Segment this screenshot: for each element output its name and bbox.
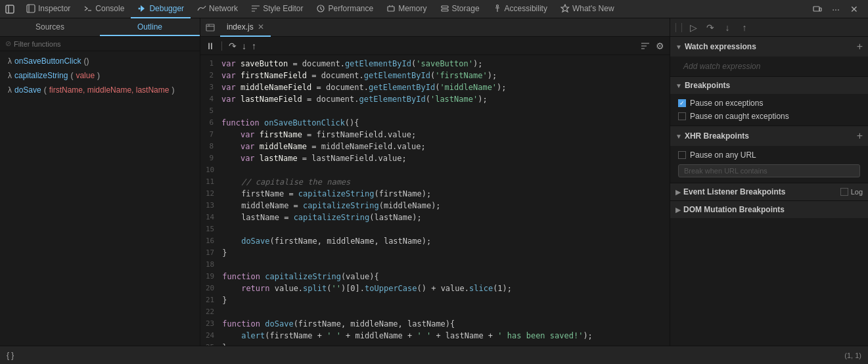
function-list: λ onSaveButtonClick() λ capitalizeString… [0, 51, 200, 346]
list-item[interactable]: λ doSave(firstName, middleName, lastName… [0, 83, 200, 97]
tab-network[interactable]: Network [191, 0, 244, 18]
line-code: var firstNameField = document.getElement… [221, 70, 670, 81]
tab-performance[interactable]: Performance [309, 0, 380, 18]
line-code: var firstName = firstNameField.value; [221, 129, 670, 141]
main-area: Sources Outline ⊘ λ onSaveButtonClick() … [0, 18, 868, 346]
pause-on-url-checkbox[interactable] [678, 151, 686, 159]
code-line: 11 // capitalise the names [200, 176, 670, 188]
code-line: 24 alert(firstName + ' ' + middleName + … [200, 330, 670, 342]
close-devtools-btn[interactable]: ✕ [847, 2, 861, 16]
list-item[interactable]: λ capitalizeString(value) [0, 68, 200, 83]
line-code [222, 164, 670, 176]
tab-sources[interactable]: Sources [0, 18, 100, 36]
line-code: } [222, 294, 670, 306]
code-line: 8 var middleName = middleNameField.value… [200, 141, 670, 152]
tab-storage[interactable]: Storage [434, 0, 486, 18]
line-code: var lastName = lastNameField.value; [221, 152, 670, 164]
code-line: 17} [200, 247, 670, 259]
svg-rect-0 [6, 5, 14, 13]
line-number: 24 [200, 330, 222, 342]
line-code: return value.split('')[0].toUpperCase() … [222, 283, 670, 294]
code-line: 6function onSaveButtonClick(){ [200, 117, 670, 129]
pause-on-caught-checkbox[interactable] [678, 112, 686, 120]
line-number: 1 [200, 58, 221, 70]
add-xhr-btn[interactable]: + [857, 130, 863, 142]
step-out-btn[interactable]: ↑ [252, 41, 256, 51]
more-tools-btn[interactable]: ··· [829, 2, 843, 16]
code-line: 10 [200, 164, 670, 176]
line-number: 18 [200, 259, 222, 271]
step-over-toolbar-btn[interactable]: ↷ [703, 20, 718, 35]
line-number: 23 [200, 318, 222, 330]
watch-expressions-content: Add watch expression [670, 57, 868, 76]
pretty-print-status-btn[interactable]: { } [7, 351, 14, 360]
code-line: 2var firstNameField = document.getElemen… [200, 70, 670, 81]
right-toolbar: ▷ ↷ ↓ ↑ [670, 18, 868, 37]
xhr-url-input[interactable] [678, 164, 860, 177]
watch-expressions-header[interactable]: ▼ Watch expressions + [670, 37, 868, 57]
code-line: 14 lastName = capitalizeString(lastName)… [200, 212, 670, 223]
line-code: function onSaveButtonClick(){ [221, 117, 670, 129]
line-number: 19 [200, 271, 222, 283]
separator [675, 23, 676, 32]
event-listener-section[interactable]: ▶ Event Listener Breakpoints Log [670, 183, 868, 201]
xhr-content: Pause on any URL [670, 146, 868, 183]
line-code: function doSave(firstName, middleName, l… [222, 318, 670, 330]
code-editor[interactable]: 1var saveButton = document.getElementByI… [200, 55, 670, 346]
log-check: Log [840, 188, 863, 196]
code-line: 1var saveButton = document.getElementByI… [200, 58, 670, 70]
code-line: 22 [200, 306, 670, 318]
code-line: 13 middleName = capitalizeString(middleN… [200, 200, 670, 212]
step-over-btn[interactable]: ↷ [229, 41, 237, 51]
svg-point-12 [496, 5, 498, 7]
breakpoints-header[interactable]: ▼ Breakpoints [670, 77, 868, 94]
step-in-btn[interactable]: ↓ [242, 41, 246, 51]
tab-style-editor[interactable]: Style Editor [244, 0, 309, 18]
toolbar-right-buttons: ··· ✕ [810, 2, 865, 16]
line-code: var lastNameField = document.getElementB… [221, 93, 670, 105]
add-watch-btn[interactable]: + [857, 41, 863, 53]
breakpoints-section: ▼ Breakpoints Pause on exceptions Pause … [670, 77, 868, 126]
code-line: 18 [200, 259, 670, 271]
line-number: 6 [200, 117, 221, 129]
left-panel: Sources Outline ⊘ λ onSaveButtonClick() … [0, 18, 200, 346]
tab-debugger[interactable]: Debugger [131, 0, 191, 18]
tab-whats-new[interactable]: What's New [554, 0, 621, 18]
filter-input[interactable] [14, 40, 194, 48]
file-browser-btn[interactable] [203, 20, 217, 35]
xhr-breakpoints-header[interactable]: ▼ XHR Breakpoints + [670, 126, 868, 146]
tab-console[interactable]: Console [77, 0, 131, 18]
center-panel: index.js ✕ ⏸ ↷ ↓ ↑ ⚙ 1var saveButton = d… [200, 18, 670, 346]
line-number: 16 [200, 235, 222, 247]
step-out-toolbar-btn[interactable]: ↑ [737, 20, 752, 35]
step-in-toolbar-btn[interactable]: ↓ [720, 20, 735, 35]
line-number: 11 [200, 176, 222, 188]
settings-btn[interactable]: ⚙ [656, 41, 664, 51]
log-checkbox[interactable] [840, 188, 848, 196]
status-left: { } [7, 351, 14, 360]
line-code [222, 259, 670, 271]
code-line: 16 doSave(firstName, middleName, lastNam… [200, 235, 670, 247]
line-number: 20 [200, 283, 222, 294]
pause-btn[interactable]: ⏸ [206, 41, 215, 51]
editor-tab-indexjs[interactable]: index.js ✕ [220, 18, 271, 37]
resume-btn[interactable]: ▷ [686, 20, 700, 35]
tab-memory[interactable]: Memory [380, 0, 433, 18]
line-code: } [222, 342, 670, 346]
line-code: var middleName = middleNameField.value; [221, 141, 670, 152]
svg-rect-15 [206, 24, 214, 31]
tab-outline[interactable]: Outline [100, 18, 200, 36]
tab-inspector[interactable]: Inspector [20, 0, 77, 18]
tab-accessibility[interactable]: Accessibility [486, 0, 554, 18]
pretty-print-btn[interactable] [640, 41, 651, 51]
dock-button[interactable] [3, 2, 17, 16]
close-tab-btn[interactable]: ✕ [258, 22, 264, 32]
list-item[interactable]: λ onSaveButtonClick() [0, 54, 200, 68]
line-number: 4 [200, 93, 221, 105]
dom-mutation-section[interactable]: ▶ DOM Mutation Breakpoints [670, 201, 868, 218]
pause-on-exceptions-checkbox[interactable] [678, 99, 686, 107]
line-number: 5 [200, 105, 221, 117]
responsive-design-btn[interactable] [810, 2, 825, 16]
svg-rect-2 [27, 5, 35, 12]
code-line: 9 var lastName = lastNameField.value; [200, 152, 670, 164]
